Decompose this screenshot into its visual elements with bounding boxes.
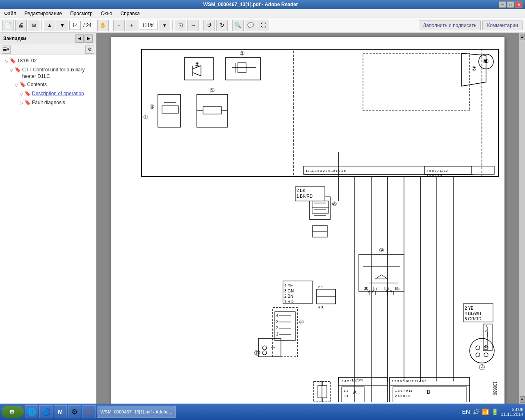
zoom-input[interactable]: 111% xyxy=(139,21,158,30)
svg-rect-49 xyxy=(359,254,404,291)
svg-text:∨ ∨: ∨ ∨ xyxy=(386,289,393,293)
toolbar: 📄 🖨 ✉ ▲ ▼ 14 / 24 ✋ − + 111% ▾ ⊡ ↔ ↺ ↻ 🔍… xyxy=(0,18,525,33)
sidebar-header: Закладки ◀ ▶ xyxy=(0,33,96,44)
search-button[interactable]: 🔍 xyxy=(232,20,244,31)
sidebar: Закладки ◀ ▶ ☰▾ ⚙ ▷ 🔖 18:05-02 ▽ 🔖 CTT C… xyxy=(0,33,96,404)
maximize-button[interactable]: □ xyxy=(507,1,514,8)
svg-text:①: ① xyxy=(143,114,148,120)
svg-text:1/2/3/4: 1/2/3/4 xyxy=(352,378,363,382)
print-button[interactable]: 🖨 xyxy=(15,20,27,31)
chrome-taskbar-icon[interactable]: 🌐 xyxy=(25,405,38,418)
start-button[interactable]: ⊞ xyxy=(2,406,24,418)
page-input[interactable]: 14 xyxy=(69,21,81,30)
fill-sign-button[interactable]: Заполнить и подписать xyxy=(419,21,481,30)
bookmark-icon-4: 🔖 xyxy=(24,90,31,97)
sidebar-title: Закладки xyxy=(3,36,26,41)
scroll-down-button[interactable]: ▼ xyxy=(520,396,525,403)
m-taskbar-icon[interactable]: M xyxy=(54,405,67,418)
svg-text:2 BK: 2 BK xyxy=(297,188,306,193)
svg-text:85: 85 xyxy=(395,286,400,291)
menu-edit[interactable]: Редактирование xyxy=(22,10,64,17)
menu-window[interactable]: Окно xyxy=(98,10,115,17)
svg-text:12 11  3  5  3  2  7  8  10 1 : 12 11 3 5 3 2 7 8 10 1 9 4 5 xyxy=(306,169,346,173)
tree-item-5[interactable]: ▷ 🔖 Fault diagnosis xyxy=(0,98,96,107)
toolbar-sep-3 xyxy=(111,21,111,30)
minimize-button[interactable]: ─ xyxy=(499,1,506,8)
svg-text:2 YE: 2 YE xyxy=(465,306,474,310)
tree-label-3: Contents xyxy=(27,81,47,88)
zoom-in-button[interactable]: + xyxy=(126,20,137,31)
svg-text:⑭: ⑭ xyxy=(479,364,485,370)
email-button[interactable]: ✉ xyxy=(28,20,39,31)
svg-point-80 xyxy=(262,346,267,350)
expand-button[interactable]: ⛶ xyxy=(258,20,269,31)
next-page-button[interactable]: ▼ xyxy=(57,20,68,31)
system-clock[interactable]: 23:08 11.11.2014 xyxy=(501,407,523,417)
sidebar-nav-left[interactable]: ◀ xyxy=(75,34,84,43)
svg-text:A: A xyxy=(353,389,356,395)
tree-item-3[interactable]: ▽ 🔖 Contents xyxy=(0,80,96,89)
svg-text:2  4  6  8  10: 2 4 6 8 10 xyxy=(395,394,410,398)
svg-text:4 YE: 4 YE xyxy=(284,283,293,288)
svg-rect-19 xyxy=(203,107,221,114)
rotate-left-button[interactable]: ↺ xyxy=(203,20,215,31)
speaker-icon[interactable]: 🔊 xyxy=(472,409,479,415)
zoom-out-button[interactable]: − xyxy=(113,20,125,31)
svg-point-81 xyxy=(262,351,267,355)
fit-width-button[interactable]: ↔ xyxy=(187,20,199,31)
taskbar-right: EN 🔊 📶 🔋 23:08 11.11.2014 xyxy=(462,407,523,417)
toolbar-sep-2 xyxy=(95,21,95,30)
svg-text:④: ④ xyxy=(149,103,155,110)
svg-rect-13 xyxy=(158,94,180,127)
adobe-taskbar-icon[interactable]: A xyxy=(82,405,96,418)
menu-help[interactable]: Справка xyxy=(118,10,142,17)
svg-text:2: 2 xyxy=(485,329,487,333)
hand-tool-button[interactable]: ✋ xyxy=(97,20,109,31)
svg-text:⑩: ⑩ xyxy=(299,319,304,325)
toolbar-sep-1 xyxy=(41,21,42,30)
toolbar-right-buttons: Заполнить и подписать Комментарии xyxy=(419,21,523,30)
sidebar-menu-button[interactable]: ☰▾ xyxy=(2,46,11,54)
comments-button[interactable]: Комментарии xyxy=(482,21,523,30)
svg-rect-17 xyxy=(197,94,228,127)
tree-item-4[interactable]: ▽ 🔖 Description of operation xyxy=(0,89,96,98)
tree-expand-icon-2: ▽ xyxy=(10,67,13,74)
svg-text:3 4 2 1: 3 4 2 1 xyxy=(342,379,352,383)
sidebar-options-button[interactable]: ⚙ xyxy=(85,46,94,54)
scroll-up-button[interactable]: ▲ xyxy=(520,34,525,40)
bookmark-icon-1: 🔖 xyxy=(9,57,16,64)
locale-icon[interactable]: EN xyxy=(462,409,470,415)
tree-item-2[interactable]: ▽ 🔖 CTT Control unit for auxiliary heate… xyxy=(0,66,96,80)
close-button[interactable]: ✕ xyxy=(515,1,523,8)
rotate-right-button[interactable]: ↻ xyxy=(216,20,228,31)
sidebar-nav-right[interactable]: ▶ xyxy=(84,34,93,43)
toolbar-sep-6 xyxy=(230,21,230,30)
network-icon[interactable]: 📶 xyxy=(482,409,489,415)
settings-taskbar-icon[interactable]: ⚙ xyxy=(68,405,81,418)
zoom-dropdown-button[interactable]: ▾ xyxy=(159,20,170,31)
active-window-button[interactable]: WSM_0000467_13[1].pdf - Adobe... xyxy=(97,406,176,418)
prev-page-button[interactable]: ▲ xyxy=(44,20,55,31)
highlight-button[interactable]: 💬 xyxy=(245,20,256,31)
svg-text:1  2: 1 2 xyxy=(344,389,349,393)
svg-text:3: 3 xyxy=(276,320,278,324)
svg-text:1: 1 xyxy=(276,332,278,336)
svg-text:③: ③ xyxy=(240,50,245,57)
pdf-content-area[interactable]: ② ③ ④ ⑤ xyxy=(96,33,519,404)
pdf-scrollbar[interactable]: ▲ ▼ xyxy=(519,33,525,404)
new-button[interactable]: 📄 xyxy=(2,20,14,31)
fit-page-button[interactable]: ⊡ xyxy=(175,20,186,31)
battery-icon[interactable]: 🔋 xyxy=(491,409,498,415)
bookmark-icon-3: 🔖 xyxy=(19,81,26,88)
wiring-diagram: ② ③ ④ ⑤ xyxy=(117,45,502,402)
svg-text:3: 3 xyxy=(485,324,487,328)
menu-file[interactable]: Файл xyxy=(2,10,19,17)
explorer-taskbar-icon[interactable]: 🔵 xyxy=(39,405,52,418)
svg-text:1 2 3  4  5  6: 1 2 3 4 5 6 xyxy=(427,174,442,178)
svg-text:B: B xyxy=(427,389,430,395)
menu-view[interactable]: Просмотр xyxy=(68,10,95,17)
svg-text:3 GN: 3 GN xyxy=(284,289,294,293)
tree-item-1[interactable]: ▷ 🔖 18:05-02 xyxy=(0,57,96,66)
pdf-page: ② ③ ④ ⑤ xyxy=(111,37,504,404)
svg-text:⑦: ⑦ xyxy=(471,65,477,72)
